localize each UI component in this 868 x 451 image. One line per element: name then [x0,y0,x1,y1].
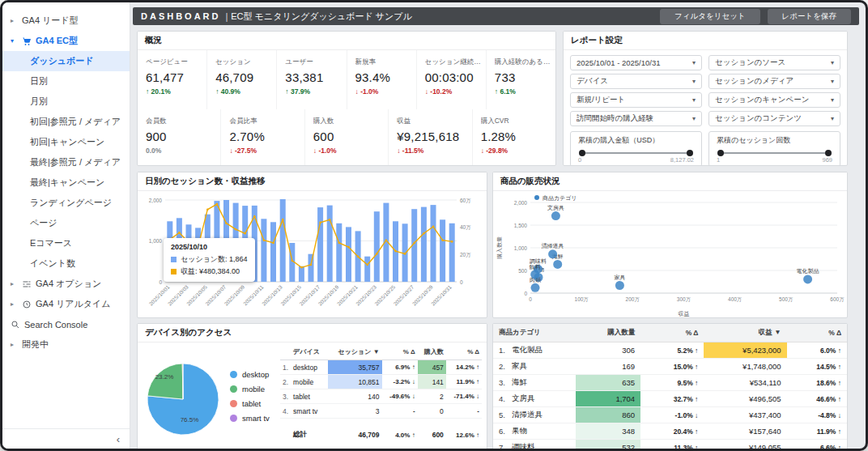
prev-page-icon[interactable]: ‹ [468,447,471,449]
table-row[interactable]: 3. tablet 140 -49.6% ↓ 2 -71.4% ↓ [280,389,482,404]
chevron-down-icon: ▾ [11,37,18,45]
category-name: 果物 [506,423,576,440]
sidebar-item-9[interactable]: ランディングページ [2,193,130,213]
device-table-header[interactable]: % Δ [382,344,418,360]
sidebar-item-10[interactable]: ページ [2,213,130,233]
sidebar-item-14[interactable]: ▸GA4 リアルタイム [2,294,130,314]
row-rank: 1. [493,343,506,359]
svg-text:1,000: 1,000 [149,238,163,244]
row-rank: 7. [493,440,506,449]
search-icon [11,320,20,330]
date-range-select[interactable]: 2025/10/01 - 2025/10/31▾ [570,55,702,70]
legend-item[interactable]: mobile [230,385,270,394]
product-scatter-chart[interactable]: 05001,0001,5002,0000100万200万300万400万500万… [493,191,847,318]
total-purchases-delta: 12.6% ↑ [446,419,482,443]
sidebar-item-7[interactable]: 最終|参照元 / メディア [2,152,130,172]
sidebar-item-2[interactable]: ダッシュボード [2,51,130,71]
kpi-label: 購入経験のあるユーザー… [495,57,552,67]
sidebar-item-6[interactable]: 初回|キャンペーン [2,132,130,152]
row-rank: 1. [280,360,291,375]
chevron-right-icon: ▸ [11,17,18,24]
product-col-qty-delta[interactable]: % Δ [640,324,704,343]
sidebar-item-13[interactable]: ▸GA4 オプション [2,274,130,294]
sidebar-item-11[interactable]: Eコマース [2,233,130,253]
legend-label: desktop [242,370,269,379]
slider-handle-max[interactable] [687,150,693,156]
product-col-qty[interactable]: 購入数量 [576,324,640,343]
product-col-rev-delta[interactable]: % Δ [787,324,847,343]
sidebar-item-12[interactable]: イベント数 [2,253,130,274]
collapse-sidebar-button[interactable]: ‹ [117,433,120,445]
tooltip-revenue: 収益: ¥480,384.00 [181,266,240,277]
kpi-value: 600 [313,130,385,143]
sidebar-item-5[interactable]: 初回|参照元 / メディア [2,112,130,132]
reset-filters-button[interactable]: フィルタをリセット [660,9,760,24]
slider-handle-min[interactable] [717,150,724,156]
legend-item[interactable]: desktop [230,370,270,379]
sidebar-item-label: GA4 リード型 [22,15,79,27]
total-sessions-delta: 4.0% ↑ [382,419,418,443]
device-table-header [280,344,291,360]
table-row[interactable]: 2. mobile 10,851 -3.2% ↓ 141 11.9% ↑ [280,375,482,389]
product-category-table: 商品カテゴリ 購入数量 % Δ 収益 ▼ % Δ 1. 電化製品 306 5.2… [493,324,847,449]
filter-select[interactable]: 訪問開始時の購入経験▾ [570,111,702,126]
device-table-header[interactable]: % Δ [446,344,482,360]
legend-item[interactable]: smart tv [230,414,270,423]
device-pie-chart[interactable]: 76.5%23.2% [144,352,225,441]
product-col-revenue[interactable]: 収益 ▼ [704,324,786,343]
kpi-metric: 購入経験のあるユーザー… 733 ↑ 6.1% [487,50,555,109]
filter-select[interactable]: デバイス▾ [570,74,702,89]
kpi-value: 00:03:00 [425,70,483,84]
table-row[interactable]: 4. smart tv 3 - 0 - [280,404,482,419]
table-row[interactable]: 3. 海鮮 635 9.5% ↑ ¥534,110 18.6% ↑ [493,375,847,391]
category-name: 電化製品 [506,343,576,359]
kpi-value: 93.4% [355,70,413,84]
device-table-header[interactable]: 購入数 [418,344,446,360]
table-row[interactable]: 7. 調味料 532 11.3% ↑ ¥149,055 6.6% ↑ [493,440,847,449]
svg-text:家具: 家具 [614,274,625,281]
table-row[interactable]: 6. 果物 348 20.4% ↑ ¥157,640 11.9% ↑ [493,423,847,440]
table-row[interactable]: 2. 家具 169 15.0% ↑ ¥1,748,000 14.5% ↑ [493,359,847,375]
svg-text:収益: 収益 [679,311,690,317]
kpi-value: ¥9,215,618 [397,130,468,143]
kpi-metric: 会員数 900 0.0% [138,109,221,166]
sessions-delta: -49.6% ↓ [382,389,418,404]
sidebar-item-4[interactable]: 月別 [2,91,130,112]
sidebar-item-3[interactable]: 日別 [2,71,130,91]
sidebar-item-0[interactable]: ▸GA4 リード型 [2,11,130,31]
device-table-header[interactable]: デバイス [291,344,327,360]
filter-select[interactable]: セッションのコンテンツ▾ [708,111,840,126]
sidebar-item-15[interactable]: Search Console [2,314,130,334]
svg-text:0: 0 [460,279,463,285]
sidebar-item-8[interactable]: 最終|キャンペーン [2,172,130,193]
kpi-label: 購入数 [313,117,385,126]
legend-item[interactable]: tablet [230,399,270,408]
slider-track[interactable] [581,152,691,154]
table-row[interactable]: 1. desktop 35,757 6.9% ↑ 457 14.2% ↑ [280,360,482,375]
filter-select[interactable]: セッションのキャンペーン▾ [708,92,840,108]
next-page-icon[interactable]: › [479,447,482,449]
sidebar-item-label: ページ [30,217,57,229]
table-row[interactable]: 4. 文房具 1,704 32.7% ↑ ¥496,505 46.6% ↑ [493,391,847,407]
revenue-swatch [171,269,177,274]
slider-min: 0 [578,156,581,164]
sidebar-item-1[interactable]: ▾GA4 EC型 [2,31,130,51]
filter-select[interactable]: セッションのメディア▾ [708,74,840,89]
save-report-button[interactable]: レポートを保存 [768,9,851,24]
sessions-delta: -3.2% ↓ [382,375,418,389]
svg-text:76.5%: 76.5% [181,416,199,423]
device-table-header[interactable]: セッション ▼ [328,344,382,360]
table-row[interactable]: 1. 電化製品 306 5.2% ↑ ¥5,423,000 6.0% ↑ [493,343,847,359]
slider-handle-max[interactable] [825,150,832,156]
filter-select[interactable]: 新規/リピート▾ [570,92,702,108]
slider-handle-min[interactable] [579,150,585,156]
slider-track[interactable] [719,152,830,154]
dashboard-title: ｜EC型 モニタリングダッシュボード サンプル [223,11,412,23]
product-col-category[interactable]: 商品カテゴリ [493,324,576,343]
kpi-label: ページビュー [146,57,203,67]
filter-select[interactable]: セッションのソース▾ [708,55,840,70]
svg-text:清掃道具: 清掃道具 [542,243,564,249]
table-row[interactable]: 5. 清掃道具 860 -1.0% ↓ ¥437,400 -4.8% ↓ [493,407,847,423]
sidebar-item-16[interactable]: ▸開発中 [2,334,130,355]
sidebar-item-label: イベント数 [30,257,75,270]
